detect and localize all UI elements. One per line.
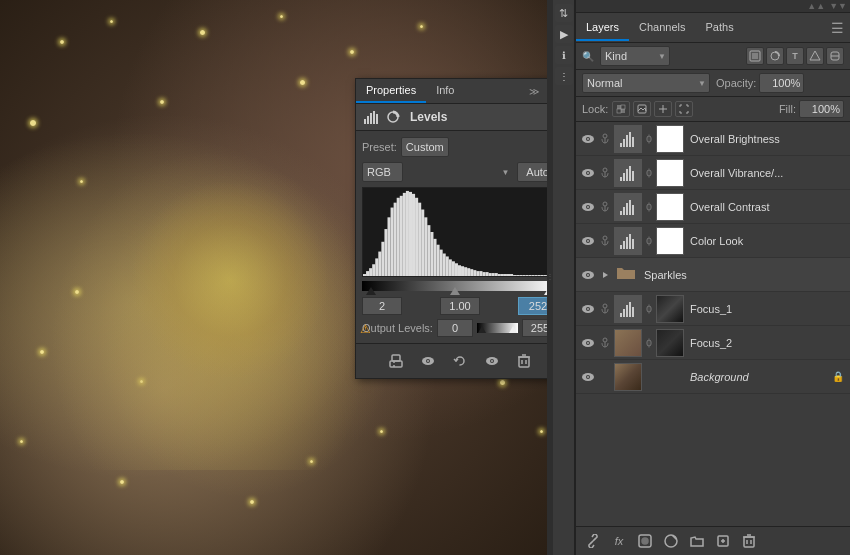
panel-tab-icons: ≫ ☰ xyxy=(526,83,547,99)
layer-visibility-background[interactable] xyxy=(580,369,596,385)
expand-panel-button[interactable]: ≫ xyxy=(526,83,542,99)
opacity-input[interactable] xyxy=(759,73,804,93)
toggle-visibility-button[interactable] xyxy=(481,350,503,372)
tab-paths[interactable]: Paths xyxy=(696,15,744,41)
shape-filter-icon[interactable] xyxy=(806,47,824,65)
output-min-input[interactable] xyxy=(437,319,473,337)
layer-item-overall-brightness[interactable]: Overall Brightness xyxy=(576,122,850,156)
mid-tool-2[interactable]: ▶ xyxy=(555,25,573,43)
layer-link-color-look[interactable] xyxy=(598,233,612,249)
preset-select[interactable]: Custom xyxy=(401,137,449,157)
svg-line-164 xyxy=(591,539,595,543)
black-point-triangle[interactable] xyxy=(366,287,376,295)
delete-layer-button[interactable] xyxy=(738,531,760,551)
mid-tool-4[interactable]: ⋮ xyxy=(555,67,573,85)
layer-visibility-overall-vibrance[interactable] xyxy=(580,165,596,181)
svg-rect-63 xyxy=(538,275,541,276)
svg-rect-24 xyxy=(418,203,421,276)
svg-rect-21 xyxy=(409,192,412,276)
view-previous-button[interactable] xyxy=(417,350,439,372)
blend-mode-select[interactable]: Normal Dissolve Multiply Screen Overlay xyxy=(582,73,710,93)
layer-visibility-color-look[interactable] xyxy=(580,233,596,249)
tab-channels[interactable]: Channels xyxy=(629,15,695,41)
tab-properties[interactable]: Properties xyxy=(356,79,426,103)
svg-rect-34 xyxy=(449,259,452,276)
white-point-triangle[interactable] xyxy=(544,287,547,295)
layer-item-overall-vibrance[interactable]: Overall Vibrance/... xyxy=(576,156,850,190)
svg-rect-14 xyxy=(388,217,391,276)
svg-rect-62 xyxy=(535,275,538,276)
collapse-icon-bottom[interactable]: ▼▼ xyxy=(829,1,847,11)
lock-transparent-icon[interactable] xyxy=(612,101,630,117)
lock-position-icon[interactable] xyxy=(654,101,672,117)
svg-rect-22 xyxy=(412,194,415,276)
folder-expand-arrow[interactable] xyxy=(598,271,612,279)
output-white-triangle[interactable] xyxy=(509,326,517,333)
sparkle xyxy=(300,80,305,85)
layer-item-color-look[interactable]: Color Look xyxy=(576,224,850,258)
layer-link-overall-vibrance[interactable] xyxy=(598,165,612,181)
new-adjustment-button[interactable] xyxy=(660,531,682,551)
sparkle xyxy=(120,480,124,484)
mid-tool-3[interactable]: ℹ xyxy=(555,46,573,64)
layer-link-focus-1[interactable] xyxy=(598,301,612,317)
layer-link-overall-brightness[interactable] xyxy=(598,131,612,147)
layers-panel-menu[interactable]: ☰ xyxy=(825,16,850,40)
svg-rect-33 xyxy=(446,256,449,276)
white-point-input[interactable] xyxy=(518,297,547,315)
smart-filter-icon[interactable] xyxy=(826,47,844,65)
layer-visibility-focus-2[interactable] xyxy=(580,335,596,351)
histogram-tool-btn[interactable] xyxy=(362,108,380,126)
fill-input[interactable] xyxy=(799,100,844,118)
midpoint-triangle[interactable] xyxy=(450,287,460,295)
new-layer-button[interactable] xyxy=(712,531,734,551)
layer-item-focus-2[interactable]: Focus_2 xyxy=(576,326,850,360)
adjustment-filter-icon[interactable] xyxy=(766,47,784,65)
new-group-button[interactable] xyxy=(686,531,708,551)
sparkle xyxy=(20,440,23,443)
layers-panel: ▲▲ ▼▼ Layers Channels Paths ☰ 🔍 Kind Nam… xyxy=(575,0,850,555)
output-max-input[interactable] xyxy=(522,319,547,337)
layer-visibility-focus-1[interactable] xyxy=(580,301,596,317)
svg-rect-23 xyxy=(415,198,418,276)
output-black-triangle[interactable] xyxy=(478,326,486,333)
layer-item-overall-contrast[interactable]: Overall Contrast xyxy=(576,190,850,224)
channel-select[interactable]: RGB Red Green Blue xyxy=(362,162,403,182)
mid-tool-1[interactable]: ⇅ xyxy=(555,4,573,22)
add-mask-button[interactable] xyxy=(634,531,656,551)
layer-link-focus-2[interactable] xyxy=(598,335,612,351)
tab-layers[interactable]: Layers xyxy=(576,15,629,41)
black-point-input[interactable] xyxy=(362,297,402,315)
svg-rect-123 xyxy=(620,211,622,215)
collapse-icon-top[interactable]: ▲▲ xyxy=(807,1,825,11)
layer-chain-overall-vibrance xyxy=(644,165,654,181)
layer-styles-button[interactable]: fx xyxy=(608,531,630,551)
layer-visibility-sparkles[interactable] xyxy=(580,267,596,283)
delete-adjustment-button[interactable] xyxy=(513,350,535,372)
kind-select[interactable]: Kind Name Effect Mode xyxy=(600,46,670,66)
lock-artboard-icon[interactable] xyxy=(675,101,693,117)
link-layers-button[interactable] xyxy=(582,531,604,551)
circle-tool-btn[interactable] xyxy=(384,108,402,126)
layer-visibility-overall-brightness[interactable] xyxy=(580,131,596,147)
tab-info[interactable]: Info xyxy=(426,79,464,103)
auto-button[interactable]: Auto xyxy=(517,162,547,182)
lock-image-icon[interactable] xyxy=(633,101,651,117)
pixel-filter-icon[interactable] xyxy=(746,47,764,65)
layer-link-overall-contrast[interactable] xyxy=(598,199,612,215)
preset-label: Preset: xyxy=(362,141,397,153)
layer-item-sparkles[interactable]: Sparkles xyxy=(576,258,850,292)
layer-item-background[interactable]: Background 🔒 xyxy=(576,360,850,394)
reset-button[interactable] xyxy=(449,350,471,372)
clip-to-previous-button[interactable] xyxy=(385,350,407,372)
panel-menu-button[interactable]: ☰ xyxy=(544,83,547,99)
output-gradient[interactable] xyxy=(477,323,518,333)
layer-visibility-overall-contrast[interactable] xyxy=(580,199,596,215)
layer-thumb1-background xyxy=(614,363,642,391)
svg-rect-138 xyxy=(632,239,634,249)
type-filter-icon[interactable]: T xyxy=(786,47,804,65)
layer-item-focus-1[interactable]: Focus_1 xyxy=(576,292,850,326)
svg-rect-125 xyxy=(626,203,628,215)
histogram-svg xyxy=(363,188,547,276)
midpoint-input[interactable] xyxy=(440,297,480,315)
